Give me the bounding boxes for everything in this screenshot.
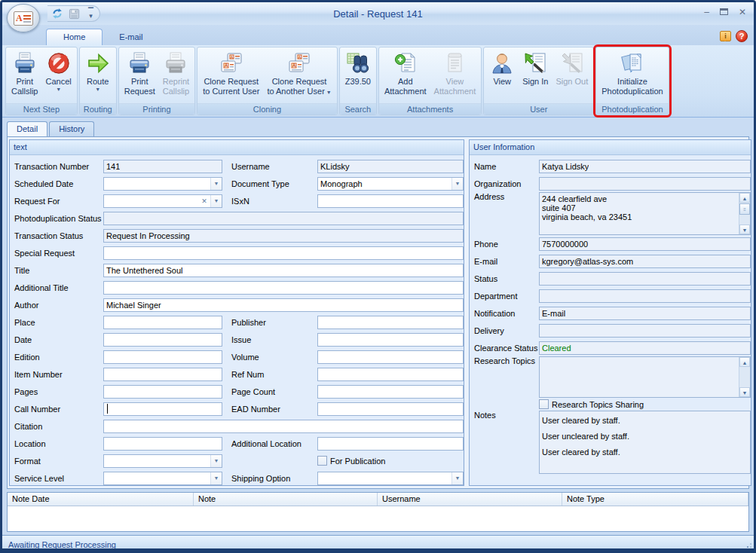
ribbon-group-label: Next Step [6, 103, 77, 115]
chevron-down-icon[interactable]: ▼ [451, 178, 463, 190]
qat-customize-icon[interactable]: ▔▾ [88, 9, 93, 18]
request-detail-panel: text Transaction Number141UsernameKLidsk… [9, 139, 464, 486]
route-arrow-icon [85, 50, 111, 76]
tab-home[interactable]: Home [46, 29, 103, 45]
print-callslip-button[interactable]: PrintCallslip [8, 49, 41, 96]
route-button[interactable]: Route▼ [81, 49, 115, 93]
shipping-option-label: Shipping Option [231, 474, 317, 483]
shipping-option-field[interactable]: ▼ [317, 472, 464, 485]
notification-field: E-mail [539, 307, 751, 320]
place-field[interactable] [103, 316, 222, 329]
date-label: Date [14, 335, 103, 344]
item-number-field[interactable] [103, 368, 222, 381]
document-type-field[interactable]: Monograph▼ [317, 177, 464, 191]
volume-field[interactable] [317, 350, 464, 364]
ead-number-field[interactable] [317, 402, 464, 416]
chevron-down-icon[interactable]: ▼ [325, 90, 332, 95]
button-label: PrintRequest [124, 77, 155, 96]
scheduled-date-field[interactable]: ▼ [103, 177, 222, 191]
form-row: NameKatya Lidsky [470, 157, 751, 175]
add-attachment-icon [393, 50, 418, 76]
notes-grid-body[interactable] [8, 506, 748, 531]
view-user-button[interactable]: View [485, 49, 519, 87]
edition-field[interactable] [103, 350, 222, 364]
scroll-up-icon[interactable]: ▲ [739, 193, 750, 203]
application-menu-button[interactable]: A [7, 4, 40, 32]
additional-title-field[interactable] [103, 281, 464, 295]
author-field[interactable]: Michael Singer [103, 298, 464, 312]
chevron-down-icon[interactable]: ▼ [210, 455, 222, 467]
title-field[interactable]: The Untethered Soul [103, 264, 464, 277]
isxn-field[interactable] [317, 194, 464, 208]
service-level-field[interactable]: ▼ [103, 472, 222, 485]
ref-num-field[interactable] [317, 368, 464, 381]
chevron-down-icon[interactable]: ▼ [210, 178, 222, 190]
tab-email[interactable]: E-mail [103, 29, 159, 45]
column-header-note-type[interactable]: Note Type [562, 493, 748, 506]
scrollbar[interactable]: ▲≡▼ [739, 193, 750, 234]
button-label: Clone Requestto Another User ▼ [267, 77, 331, 96]
column-header-note-date[interactable]: Note Date [8, 493, 194, 506]
date-field[interactable] [103, 333, 222, 347]
chevron-down-icon[interactable]: ▼ [210, 195, 222, 207]
notes-value: User cleared by staff. User uncleared by… [542, 413, 629, 460]
scroll-thumb[interactable]: ≡ [739, 203, 750, 215]
tab-history[interactable]: History [49, 121, 94, 136]
maximize-button[interactable] [720, 8, 728, 15]
scroll-down-icon[interactable]: ▼ [739, 387, 750, 397]
initialize-photoduplication-button[interactable]: InitializePhotoduplication [598, 49, 666, 96]
form-row: AuthorMichael Singer [10, 296, 464, 313]
close-button[interactable]: ✕ [739, 7, 746, 17]
scroll-down-icon[interactable]: ▼ [739, 225, 750, 234]
status-label: Status [474, 274, 539, 283]
request-for-field[interactable]: ✕▼ [103, 194, 222, 208]
notification-flag-icon[interactable]: i [720, 31, 731, 41]
chevron-down-icon[interactable]: ▼ [210, 472, 222, 484]
scrollbar[interactable]: ▲▼ [739, 357, 750, 397]
location-field[interactable] [103, 437, 222, 451]
clone-request-current-user-button[interactable]: AAClone Requestto Current User [199, 49, 263, 96]
chevron-down-icon[interactable]: ▼ [56, 87, 61, 93]
refresh-icon[interactable] [51, 7, 64, 20]
call-number-field[interactable] [103, 402, 222, 416]
issue-field[interactable] [317, 333, 464, 347]
form-row: PlacePublisher [10, 313, 464, 331]
special-request-field[interactable] [103, 246, 464, 260]
user-icon [489, 50, 515, 76]
research-topics-sharing-checkbox[interactable] [539, 399, 549, 409]
email-label: E-mail [474, 257, 539, 266]
publisher-field[interactable] [317, 316, 464, 329]
sign-in-button[interactable]: Sign In [519, 49, 552, 87]
ribbon-tab-row: Home E-mail i ? [2, 25, 754, 45]
help-icon[interactable]: ? [736, 30, 748, 42]
add-attachment-button[interactable]: AddAttachment [381, 49, 430, 96]
column-header-note[interactable]: Note [194, 493, 378, 506]
form-row: E-mailkgregory@atlas-sys.com [470, 252, 751, 270]
print-request-button[interactable]: PrintRequest [121, 49, 159, 96]
clear-icon[interactable]: ✕ [199, 195, 210, 207]
page-count-label: Page Count [231, 387, 317, 396]
svg-text:A: A [298, 55, 301, 60]
research-topics-label: Research Topics [474, 356, 539, 365]
clone-request-another-user-button[interactable]: AAClone Requestto Another User ▼ [263, 49, 335, 96]
tab-detail[interactable]: Detail [7, 121, 47, 136]
format-field[interactable]: ▼ [103, 454, 222, 468]
place-label: Place [14, 318, 103, 327]
citation-label: Citation [14, 422, 103, 431]
pages-field[interactable] [103, 385, 222, 399]
column-header-username[interactable]: Username [378, 493, 562, 506]
application-window: A ▔▾ Detail - Request 141 – ✕ Home E-mai… [0, 0, 756, 553]
cancel-button[interactable]: Cancel▼ [41, 49, 75, 93]
for-publication-checkbox[interactable] [317, 456, 327, 466]
clearance-status-field: Cleared [539, 341, 751, 355]
resize-grip[interactable] [744, 543, 751, 551]
additional-location-field[interactable] [317, 437, 464, 451]
minimize-button[interactable]: – [704, 7, 709, 17]
chevron-down-icon[interactable]: ▼ [451, 472, 463, 484]
chevron-down-icon[interactable]: ▼ [95, 87, 100, 93]
z3950-search-button[interactable]: Z39.50 [341, 49, 375, 87]
research-topics-sharing-checkbox-label: Research Topics Sharing [552, 400, 644, 409]
page-count-field[interactable] [317, 385, 464, 399]
citation-field[interactable] [103, 420, 464, 433]
scroll-up-icon[interactable]: ▲ [739, 357, 750, 367]
